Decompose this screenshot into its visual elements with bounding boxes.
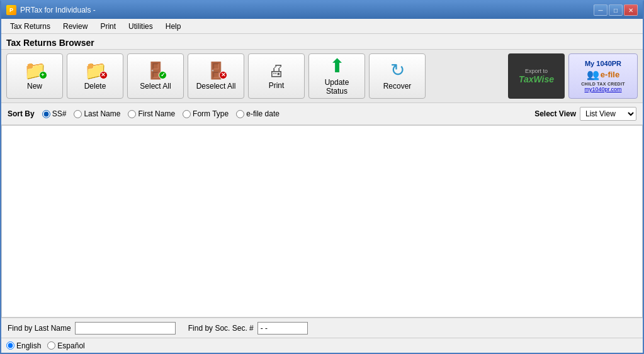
update-status-button[interactable]: ⬆ UpdateStatus	[308, 53, 365, 99]
menu-tax-returns[interactable]: Tax Returns	[4, 20, 57, 33]
sort-efiledate-label: e-file date	[246, 109, 280, 118]
maximize-button[interactable]: □	[609, 4, 623, 16]
select-view-label: Select View	[534, 109, 576, 118]
sort-by-label: Sort By	[8, 109, 35, 118]
sort-bar: Sort By SS# Last Name First Name Form Ty…	[1, 103, 643, 125]
new-label: New	[27, 82, 42, 91]
update-status-label: UpdateStatus	[325, 78, 349, 96]
my1040pr-button[interactable]: My 1040PR 👥 e-file CHILD TAX CREDIT my10…	[568, 53, 638, 99]
sort-efiledate-option[interactable]: e-file date	[236, 109, 280, 118]
export-taxwise-line1: Export to	[525, 68, 548, 74]
sort-lastname-label: Last Name	[84, 109, 120, 118]
main-content-area	[1, 125, 643, 318]
select-all-button[interactable]: 🚪 ✓ Select All	[127, 53, 184, 99]
update-status-icon: ⬆	[329, 57, 345, 75]
child-tax-text: CHILD TAX CREDIT	[581, 82, 625, 86]
find-soc-input[interactable]	[257, 322, 308, 335]
delete-button[interactable]: 📁 ✕ Delete	[67, 53, 123, 99]
menu-print[interactable]: Print	[94, 20, 122, 33]
language-espanol-option[interactable]: Español	[47, 341, 84, 350]
delete-icon: 📁 ✕	[84, 62, 106, 79]
title-bar-left: P PRTax for Individuals -	[6, 5, 96, 15]
find-soc-label: Find by Soc. Sec. #	[188, 324, 254, 333]
my1040pr-link[interactable]: my1040pr.com	[584, 86, 621, 92]
print-button[interactable]: 🖨 Print	[248, 53, 305, 99]
deselect-all-button[interactable]: 🚪 ✕ Deselect All	[188, 53, 244, 99]
deselect-all-label: Deselect All	[196, 82, 236, 91]
bottom-bar: Find by Last Name Find by Soc. Sec. #	[1, 318, 643, 338]
select-all-label: Select All	[140, 82, 171, 91]
find-lastname-group: Find by Last Name	[8, 322, 176, 335]
menu-utilities[interactable]: Utilities	[122, 20, 159, 33]
sort-ss-label: SS#	[52, 109, 67, 118]
sort-formtype-label: Form Type	[193, 109, 229, 118]
new-icon: 📁 +	[24, 62, 46, 79]
select-view-area: Select View List View Detail View Grid V…	[534, 107, 636, 121]
toolbar: 📁 + New 📁 ✕ Delete 🚪 ✓	[1, 49, 643, 103]
sort-firstname-label: First Name	[138, 109, 175, 118]
deselect-all-icon: 🚪 ✕	[206, 62, 226, 79]
app-icon: P	[6, 5, 16, 15]
export-taxwise-logo: TaxWise	[519, 74, 554, 84]
stick-figures-icon: 👥	[587, 69, 599, 80]
view-select[interactable]: List View Detail View Grid View	[580, 107, 636, 121]
print-icon: 🖨	[268, 62, 285, 79]
delete-label: Delete	[84, 82, 106, 91]
english-label: English	[16, 341, 41, 350]
page-title: Tax Returns Browser	[6, 38, 94, 48]
find-lastname-label: Find by Last Name	[8, 324, 71, 333]
recover-icon: ↻	[390, 62, 405, 79]
minimize-button[interactable]: ─	[594, 4, 607, 16]
find-lastname-input[interactable]	[75, 322, 176, 335]
efile-text: e-file	[601, 70, 619, 79]
language-bar: English Español	[1, 338, 643, 353]
menu-help[interactable]: Help	[159, 20, 188, 33]
browser-header: Tax Returns Browser	[1, 34, 643, 49]
recover-label: Recover	[383, 82, 412, 91]
sort-firstname-option[interactable]: First Name	[128, 109, 175, 118]
menu-review[interactable]: Review	[57, 20, 94, 33]
title-bar: P PRTax for Individuals - ─ □ ✕	[1, 1, 643, 19]
window-title: PRTax for Individuals -	[20, 6, 96, 14]
efile-area: 👥 e-file	[587, 69, 619, 80]
sort-formtype-option[interactable]: Form Type	[183, 109, 229, 118]
espanol-label: Español	[57, 341, 84, 350]
main-window: P PRTax for Individuals - ─ □ ✕ Tax Retu…	[0, 0, 644, 354]
language-english-option[interactable]: English	[6, 341, 41, 350]
close-button[interactable]: ✕	[624, 4, 638, 16]
recover-button[interactable]: ↻ Recover	[369, 53, 426, 99]
find-soc-group: Find by Soc. Sec. #	[188, 322, 308, 335]
select-all-icon: 🚪 ✓	[145, 62, 166, 79]
export-taxwise-button[interactable]: Export to TaxWise	[508, 53, 565, 99]
sort-lastname-option[interactable]: Last Name	[74, 109, 120, 118]
print-label: Print	[269, 81, 285, 90]
new-button[interactable]: 📁 + New	[6, 53, 63, 99]
title-bar-controls: ─ □ ✕	[594, 4, 638, 16]
menu-bar: Tax Returns Review Print Utilities Help	[1, 19, 643, 34]
my1040pr-title: My 1040PR	[585, 60, 621, 67]
sort-ss-option[interactable]: SS#	[42, 109, 67, 118]
